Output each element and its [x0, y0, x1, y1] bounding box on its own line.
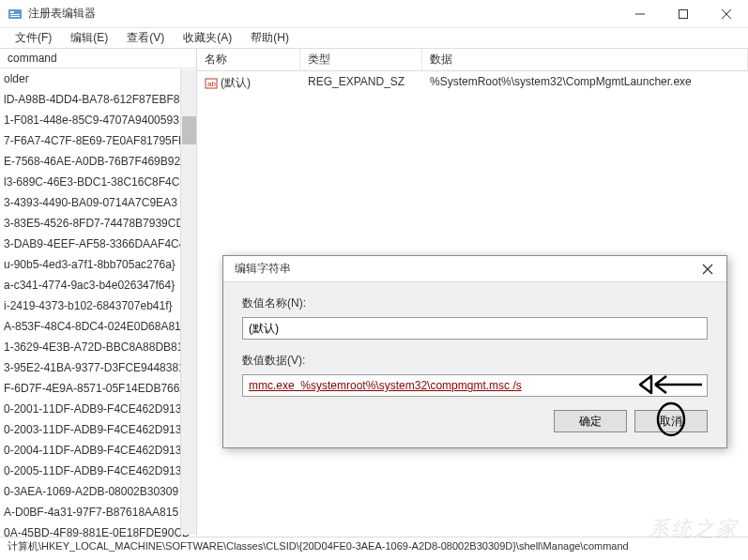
tree-item[interactable]: E-7568-46AE-A0DB-76B7F469B92B [0, 151, 196, 172]
name-field-input[interactable] [242, 317, 708, 340]
tree-item[interactable]: 7-F6A7-4C7F-8E69-7E0AF81795FB [0, 130, 196, 151]
tree-selected-node[interactable]: command [0, 49, 196, 68]
window-title: 注册表编辑器 [28, 6, 618, 22]
menu-favorites[interactable]: 收藏夹(A) [174, 28, 241, 48]
tree-item[interactable]: u-90b5-4ed3-a7f1-8bb705ac276a} [0, 254, 196, 275]
minimize-button[interactable] [618, 0, 662, 28]
svg-rect-2 [10, 14, 20, 15]
tree-item[interactable]: F-6D7F-4E9A-8571-05F14EDB766A [0, 378, 196, 399]
tree-item[interactable]: 0-2003-11DF-ADB9-F4CE462D9137 [0, 419, 196, 440]
list-header: 名称 类型 数据 [197, 49, 748, 71]
statusbar: 计算机\HKEY_LOCAL_MACHINE\SOFTWARE\Classes\… [0, 537, 748, 557]
scrollbar-thumb[interactable] [182, 116, 196, 144]
tree-item[interactable]: 3-DAB9-4EEF-AF58-3366DAAF4C4B [0, 234, 196, 254]
window-controls [618, 0, 748, 28]
data-field-label: 数值数据(V): [242, 353, 708, 369]
tree-item[interactable]: 3-95E2-41BA-9377-D3FCE9448381 [0, 357, 196, 378]
statusbar-path: 计算机\HKEY_LOCAL_MACHINE\SOFTWARE\Classes\… [8, 540, 629, 552]
svg-text:ab: ab [207, 80, 216, 88]
tree-item[interactable]: A-853F-48C4-8DC4-024E0D68A81 [0, 316, 196, 337]
col-name[interactable]: 名称 [197, 49, 300, 70]
cancel-button[interactable]: 取消 [634, 410, 708, 432]
watermark: 系统之家 [649, 515, 739, 543]
dialog-buttons: 确定 取消 [242, 410, 708, 432]
dialog-title: 编辑字符串 [235, 261, 695, 277]
string-value-icon: ab [205, 77, 218, 90]
regedit-icon [8, 7, 23, 22]
cell-data: %SystemRoot%\system32\CompMgmtLauncher.e… [422, 73, 699, 93]
tree-item[interactable]: 0A-45BD-4F89-881E-0E18FDE90CD [0, 522, 196, 537]
tree-item[interactable]: l3-689C-46E3-BDC1-38C16C8F4C9 [0, 172, 196, 192]
svg-rect-1 [10, 11, 14, 13]
window-titlebar: 注册表编辑器 [0, 0, 748, 28]
menu-view[interactable]: 查看(V) [117, 28, 174, 48]
menu-help[interactable]: 帮助(H) [241, 28, 298, 48]
svg-rect-5 [679, 9, 688, 18]
name-field-label: 数值名称(N): [242, 295, 708, 311]
tree-item[interactable]: 1-3629-4E3B-A72D-BBC8A88DB81 [0, 337, 196, 357]
dialog-close-button[interactable] [695, 258, 721, 280]
cell-type: REG_EXPAND_SZ [300, 73, 422, 93]
tree-item[interactable]: 0-2004-11DF-ADB9-F4CE462D9137 [0, 440, 196, 461]
tree-panel: command olderlD-A98B-4DD4-BA78-612F87EBF… [0, 49, 197, 537]
tree-item[interactable]: 0-2005-11DF-ADB9-F4CE462D9137 [0, 461, 196, 481]
col-type[interactable]: 类型 [300, 49, 422, 70]
tree-item[interactable]: 0-3AEA-1069-A2DB-08002B30309 [0, 481, 196, 502]
menubar: 文件(F) 编辑(E) 查看(V) 收藏夹(A) 帮助(H) [0, 28, 748, 49]
dialog-body: 数值名称(N): 数值数据(V): 确定 取消 [223, 282, 726, 447]
tree-item[interactable]: a-c341-4774-9ac3-b4e026347f64} [0, 275, 196, 295]
tree-item[interactable]: older [0, 68, 196, 89]
tree-item[interactable]: i-2419-4373-b102-6843707eb41f} [0, 295, 196, 316]
value-name: (默认) [221, 76, 251, 89]
tree-item[interactable]: lD-A98B-4DD4-BA78-612F87EBF89 [0, 89, 196, 110]
close-button[interactable] [705, 0, 748, 28]
tree-item[interactable]: 0-2001-11DF-ADB9-F4CE462D9137 [0, 399, 196, 419]
cell-name: ab(默认) [197, 73, 300, 93]
tree-item[interactable]: A-D0BF-4a31-97F7-B87618AA815 [0, 502, 196, 522]
ok-button[interactable]: 确定 [554, 410, 627, 432]
vertical-scrollbar[interactable] [180, 69, 196, 535]
list-row[interactable]: ab(默认) REG_EXPAND_SZ %SystemRoot%\system… [197, 71, 748, 95]
tree-list[interactable]: olderlD-A98B-4DD4-BA78-612F87EBF891-F081… [0, 68, 196, 537]
menu-file[interactable]: 文件(F) [6, 28, 61, 48]
edit-string-dialog: 编辑字符串 数值名称(N): 数值数据(V): 确定 取消 [222, 255, 727, 448]
dialog-titlebar[interactable]: 编辑字符串 [223, 256, 726, 282]
tree-item[interactable]: 3-4393-4490-BA09-0714A7C9EA3 [0, 192, 196, 213]
svg-rect-3 [10, 16, 20, 17]
maximize-button[interactable] [662, 0, 705, 28]
data-field-input[interactable] [242, 374, 708, 397]
tree-item[interactable]: 3-83E5-4526-8FD7-74478B7939CD [0, 213, 196, 234]
tree-item[interactable]: 1-F081-448e-85C9-4707A9400593 [0, 110, 196, 130]
col-data[interactable]: 数据 [422, 49, 748, 70]
menu-edit[interactable]: 编辑(E) [61, 28, 117, 48]
